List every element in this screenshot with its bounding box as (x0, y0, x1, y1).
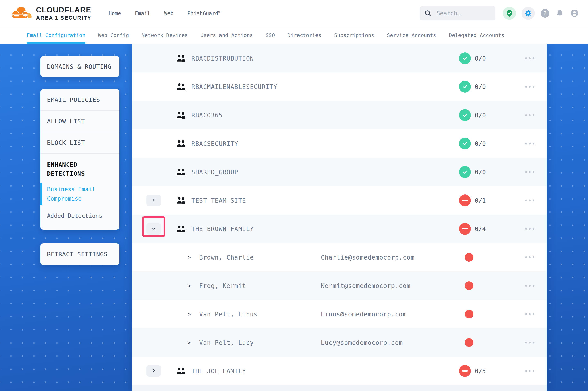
row-actions-menu ellipsis-icon[interactable] (521, 196, 539, 204)
nav-item-web[interactable]: Web (164, 10, 173, 16)
table-row-shared-group: SHARED_GROUP0/0 (132, 158, 547, 186)
shield-check-icon[interactable] (503, 7, 516, 20)
chevron-right-icon (151, 368, 156, 374)
table-row-van-pelt-linus: >Van Pelt, LinusLinus@somedemocorp.com (132, 300, 547, 328)
brand-name: CLOUDFLARE (36, 6, 92, 14)
primary-nav: HomeEmailWebPhishGuard™ (109, 10, 221, 16)
table-row-the-brown-family: THE BROWN FAMILY0/4 (132, 214, 547, 243)
minus-icon (462, 199, 468, 201)
status-badge-blocked (459, 195, 471, 206)
expand-row-button[interactable] (147, 365, 161, 377)
sidebar-item-block-list[interactable]: BLOCK LIST (40, 132, 119, 154)
chevron-down-icon (151, 226, 156, 231)
member-chevron-right-icon[interactable]: > (187, 311, 191, 317)
member-count: 0/5 (475, 367, 486, 375)
group-name: RBACO365 (191, 111, 223, 119)
tab-service-accounts[interactable]: Service Accounts (387, 27, 436, 44)
table-row-brown-charlie: >Brown, CharlieCharlie@somedemocorp.com (132, 243, 547, 271)
group-icon (176, 367, 186, 375)
cloudflare-logo[interactable]: CLOUDFLARE AREA 1 SECURITY (10, 5, 92, 21)
collapse-row-button[interactable] (147, 223, 161, 235)
header-right: ? (420, 6, 579, 20)
table-row-rbacdistrubution: RBACDISTRUBUTION0/0 (132, 44, 547, 72)
bell-icon[interactable] (555, 9, 564, 18)
nav-item-email[interactable]: Email (135, 10, 150, 16)
content-area: RBACDISTRUBUTION0/0 RBACMAILENABLESECURI… (0, 44, 588, 391)
row-actions-menu ellipsis-icon[interactable] (521, 367, 539, 375)
tab-directories[interactable]: Directories (288, 27, 321, 44)
sidebar-item-business-email-compromise[interactable]: Business Email Compromise (40, 184, 119, 205)
member-count: 0/4 (475, 225, 486, 232)
member-chevron-right-icon[interactable]: > (187, 339, 191, 346)
tab-network-devices[interactable]: Network Devices (142, 27, 188, 44)
member-count: 0/0 (475, 55, 486, 62)
sidebar-item-email-policies[interactable]: EMAIL POLICIES (40, 89, 119, 111)
group-icon (176, 225, 186, 233)
sidebar-item-retract-settings[interactable]: RETRACT SETTINGS (40, 243, 119, 265)
tab-email-configuration[interactable]: Email Configuration (27, 27, 85, 44)
member-name: Brown, Charlie (199, 254, 254, 261)
member-count: 0/1 (475, 197, 486, 204)
row-actions-menu ellipsis-icon[interactable] (521, 339, 539, 346)
member-chevron-right-icon[interactable]: > (187, 282, 191, 289)
status-dot-blocked (465, 310, 473, 318)
tab-users-and-actions[interactable]: Users and Actions (200, 27, 253, 44)
nav-item-home[interactable]: Home (109, 10, 121, 16)
row-actions-menu ellipsis-icon[interactable] (521, 225, 539, 232)
row-actions-menu ellipsis-icon[interactable] (521, 140, 539, 147)
row-actions-menu ellipsis-icon[interactable] (521, 253, 539, 261)
member-count: 0/0 (475, 140, 486, 147)
member-name: Frog, Kermit (199, 282, 246, 289)
sidebar-item-domains-routing[interactable]: DOMAINS & ROUTING (40, 56, 119, 77)
member-count: 0/0 (475, 83, 486, 90)
row-actions-menu ellipsis-icon[interactable] (521, 54, 539, 62)
sidebar: DOMAINS & ROUTING EMAIL POLICIESALLOW LI… (40, 44, 119, 265)
group-name: THE BROWN FAMILY (191, 225, 254, 232)
table-row-test-team-site: TEST TEAM SITE0/1 (132, 186, 547, 214)
group-name: SHARED_GROUP (191, 168, 238, 176)
status-badge-allowed (459, 166, 471, 178)
row-actions-menu ellipsis-icon[interactable] (521, 111, 539, 119)
tab-sso[interactable]: SSO (266, 27, 275, 44)
status-badge-blocked (459, 223, 471, 235)
tab-web-config[interactable]: Web Config (98, 27, 129, 44)
status-dot-blocked (465, 338, 473, 347)
member-count: 0/0 (475, 111, 486, 119)
minus-icon (462, 228, 468, 229)
sidebar-item-added-detections[interactable]: Added Detections (40, 210, 119, 230)
search-icon (424, 10, 432, 17)
row-actions-menu ellipsis-icon[interactable] (521, 83, 539, 90)
sidebar-item-allow-list[interactable]: ALLOW LIST (40, 111, 119, 132)
avatar-icon[interactable] (570, 9, 579, 18)
policy-items: EMAIL POLICIESALLOW LISTBLOCK LIST (40, 89, 119, 154)
search-input[interactable] (436, 10, 491, 17)
member-email: Kermit@somedemocorp.com (321, 282, 411, 289)
status-badge-allowed (459, 138, 471, 149)
expand-row-button[interactable] (147, 195, 161, 206)
partial-next-row (132, 385, 547, 391)
group-name: RBACDISTRUBUTION (191, 55, 254, 62)
chevron-right-icon (151, 197, 156, 203)
tab-delegated-accounts[interactable]: Delegated Accounts (449, 27, 504, 44)
status-badge-allowed (459, 81, 471, 93)
nav-item-phishguard[interactable]: PhishGuard™ (187, 10, 221, 16)
check-icon (462, 55, 468, 61)
status-dot-blocked (465, 253, 473, 262)
help-icon[interactable]: ? (541, 9, 550, 18)
enhanced-items: Business Email CompromiseAdded Detection… (40, 184, 119, 230)
check-icon (462, 140, 468, 147)
check-icon (462, 169, 468, 175)
row-actions-menu ellipsis-icon[interactable] (521, 282, 539, 289)
status-badge-allowed (459, 52, 471, 64)
tab-subscriptions[interactable]: Subscriptions (334, 27, 374, 44)
table-row-the-joe-family: THE JOE FAMILY0/5 (132, 357, 547, 385)
gear-icon[interactable] (522, 7, 535, 20)
row-actions-menu ellipsis-icon[interactable] (521, 310, 539, 318)
status-dot-blocked (465, 281, 473, 290)
table-row-rbacmailenablesecurity: RBACMAILENABLESECURITY0/0 (132, 72, 547, 101)
app-header: CLOUDFLARE AREA 1 SECURITY HomeEmailWebP… (0, 0, 588, 27)
member-email: Linus@somedemocorp.com (321, 310, 407, 318)
row-actions-menu ellipsis-icon[interactable] (521, 168, 539, 176)
member-chevron-right-icon[interactable]: > (187, 254, 191, 261)
status-badge-blocked (459, 365, 471, 377)
